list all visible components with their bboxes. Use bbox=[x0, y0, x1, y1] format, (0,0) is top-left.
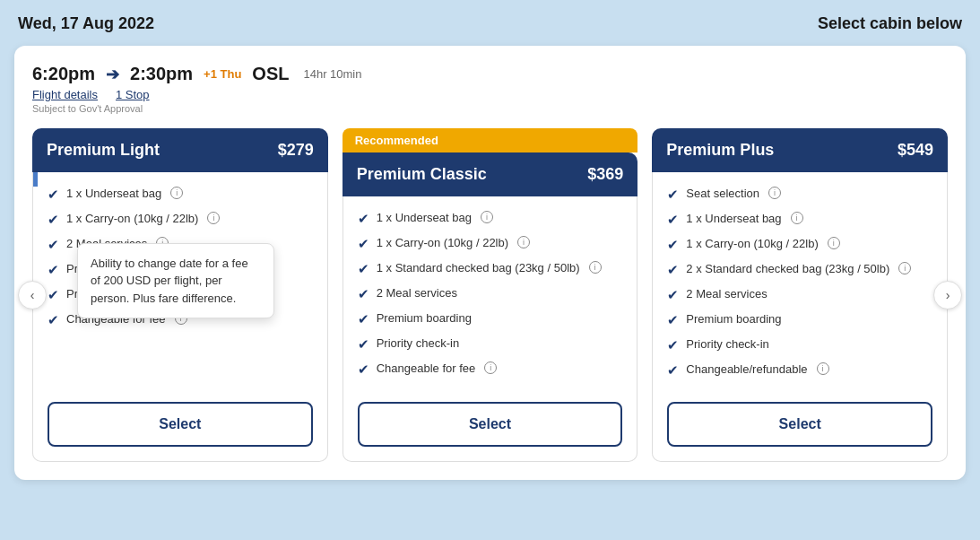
cabin-header-classic: Premium Classic $369 bbox=[343, 152, 638, 196]
feature-text: 1 x Underseat bag bbox=[686, 212, 781, 225]
feature-item: ✔ 2 x Standard checked bag (23kg / 50lb)… bbox=[667, 262, 932, 278]
cabin-card-classic: Premium Classic $369 ✔ 1 x Underseat bag… bbox=[343, 152, 638, 462]
cabin-name-plus: Premium Plus bbox=[666, 141, 774, 160]
stops-link[interactable]: 1 Stop bbox=[116, 88, 150, 101]
feature-item: ✔ Seat selection i bbox=[667, 187, 932, 203]
flight-info-row: 6:20pm ➔ 2:30pm +1 Thu OSL 14hr 10min bbox=[32, 64, 948, 84]
cabin-price-classic: $369 bbox=[587, 165, 623, 184]
flight-arrow-icon: ➔ bbox=[106, 65, 119, 84]
feature-item: ✔ 2 Meal services bbox=[358, 286, 623, 302]
info-icon[interactable]: i bbox=[791, 212, 803, 224]
nav-left-button[interactable]: ‹ bbox=[18, 281, 47, 309]
info-icon[interactable]: i bbox=[207, 212, 220, 224]
feature-text: 1 x Underseat bag bbox=[66, 187, 161, 200]
check-icon: ✔ bbox=[667, 262, 679, 278]
cabin-premium-light: Premium Light $279 ✔ 1 x Underseat bag bbox=[32, 128, 328, 462]
feature-item: ✔ Priority check-in bbox=[667, 337, 932, 353]
plus-day: +1 Thu bbox=[204, 67, 241, 81]
chevron-right-icon: › bbox=[946, 288, 950, 302]
info-icon[interactable]: i bbox=[898, 262, 911, 274]
check-icon: ✔ bbox=[667, 362, 679, 379]
feature-text: 2 Meal services bbox=[377, 286, 457, 300]
feature-text: Premium boarding bbox=[686, 312, 781, 326]
info-icon[interactable]: i bbox=[828, 237, 840, 249]
feature-item: ✔ 2 Meal services bbox=[667, 287, 932, 303]
check-icon: ✔ bbox=[358, 261, 369, 277]
feature-text: Changeable/refundable bbox=[686, 362, 807, 376]
check-icon: ✔ bbox=[358, 336, 369, 353]
cabin-name-classic: Premium Classic bbox=[357, 165, 487, 184]
check-icon: ✔ bbox=[48, 237, 59, 253]
check-icon: ✔ bbox=[667, 237, 679, 253]
check-icon: ✔ bbox=[667, 287, 679, 303]
feature-item: ✔ 1 x Underseat bag i bbox=[48, 187, 313, 203]
feature-item: ✔ Changeable/refundable i bbox=[667, 362, 932, 379]
cabin-body-light: ✔ 1 x Underseat bag i ✔ 1 x Carry-on (10… bbox=[32, 172, 328, 462]
check-icon: ✔ bbox=[358, 361, 369, 378]
flight-duration: 14hr 10min bbox=[303, 67, 361, 81]
feature-text: Changeable for fee bbox=[377, 361, 476, 375]
cabin-premium-classic: Recommended Premium Classic $369 ✔ 1 x U… bbox=[343, 128, 638, 462]
check-icon: ✔ bbox=[667, 212, 679, 228]
header-date: Wed, 17 Aug 2022 bbox=[18, 14, 154, 33]
check-icon: ✔ bbox=[358, 286, 369, 302]
cabin-card-light: Premium Light $279 ✔ 1 x Underseat bag bbox=[32, 128, 328, 462]
info-icon[interactable]: i bbox=[589, 261, 602, 274]
cabin-price-plus: $549 bbox=[898, 141, 933, 160]
feature-item: ✔ 1 x Carry-on (10kg / 22lb) i bbox=[667, 237, 932, 253]
feature-item: ✔ 1 x Standard checked bag (23kg / 50lb)… bbox=[358, 261, 623, 277]
info-icon[interactable]: i bbox=[517, 236, 530, 248]
info-icon[interactable]: i bbox=[817, 362, 829, 375]
feature-text: 2 Meal services bbox=[686, 287, 767, 300]
select-button-plus[interactable]: Select bbox=[667, 402, 932, 447]
feature-text: Priority check-in bbox=[686, 337, 768, 351]
feature-item: ✔ 1 x Carry-on (10kg / 22lb) i bbox=[358, 236, 623, 252]
cabin-body-classic: ✔ 1 x Underseat bag i ✔ 1 x Carry-on (10… bbox=[343, 196, 638, 462]
check-icon: ✔ bbox=[358, 236, 369, 252]
feature-text: 2 x Standard checked bag (23kg / 50lb) bbox=[686, 262, 889, 275]
feature-text: Priority check-in bbox=[377, 336, 459, 350]
recommended-badge: Recommended bbox=[343, 128, 638, 152]
feature-item: ✔ Premium boarding bbox=[358, 311, 623, 327]
info-icon[interactable]: i bbox=[481, 211, 493, 223]
feature-text: 1 x Underseat bag bbox=[377, 211, 472, 224]
cabin-card-plus: Premium Plus $549 ✔ Seat selection i bbox=[652, 128, 948, 462]
changeable-fee-tooltip: Ability to change date for a fee of 200 … bbox=[77, 243, 274, 319]
main-card: 6:20pm ➔ 2:30pm +1 Thu OSL 14hr 10min Fl… bbox=[14, 46, 966, 480]
cabins-inner: Premium Light $279 ✔ 1 x Underseat bag bbox=[32, 128, 948, 462]
tooltip-text: Ability to change date for a fee of 200 … bbox=[91, 257, 248, 305]
feature-text: 1 x Carry-on (10kg / 22lb) bbox=[686, 237, 818, 250]
check-icon: ✔ bbox=[48, 287, 59, 303]
check-icon: ✔ bbox=[667, 187, 679, 203]
check-icon: ✔ bbox=[48, 262, 59, 278]
info-icon[interactable]: i bbox=[170, 187, 183, 199]
select-button-classic[interactable]: Select bbox=[358, 402, 623, 447]
check-icon: ✔ bbox=[358, 211, 369, 227]
feature-text: Seat selection bbox=[686, 187, 759, 200]
nav-right-button[interactable]: › bbox=[933, 281, 962, 309]
cabin-header-light: Premium Light $279 bbox=[32, 128, 328, 172]
flight-details-link[interactable]: Flight details bbox=[32, 88, 98, 101]
cabins-outer: ‹ Premium Light $279 bbox=[32, 128, 948, 462]
flight-links: Flight details 1 Stop bbox=[32, 88, 948, 101]
check-icon: ✔ bbox=[667, 337, 679, 353]
header-instruction: Select cabin below bbox=[818, 14, 962, 33]
feature-list-plus: ✔ Seat selection i ✔ 1 x Underseat bag i bbox=[667, 187, 932, 388]
feature-item: ✔ Changeable for fee i bbox=[358, 361, 623, 378]
arrival-time: 2:30pm bbox=[130, 64, 193, 84]
feature-item: ✔ Premium boarding bbox=[667, 312, 932, 328]
feature-item: ✔ 1 x Underseat bag i bbox=[667, 212, 932, 228]
departure-time: 6:20pm bbox=[32, 64, 95, 84]
arrival-airport: OSL bbox=[252, 64, 289, 84]
flight-notice: Subject to Gov't Approval bbox=[32, 103, 948, 114]
check-icon: ✔ bbox=[358, 311, 369, 327]
info-icon[interactable]: i bbox=[484, 361, 497, 374]
select-button-light[interactable]: Select bbox=[48, 402, 313, 447]
info-icon[interactable]: i bbox=[768, 187, 781, 199]
check-icon: ✔ bbox=[48, 312, 59, 328]
feature-text: 1 x Standard checked bag (23kg / 50lb) bbox=[377, 261, 580, 274]
feature-item: ✔ 1 x Underseat bag i bbox=[358, 211, 623, 227]
cabin-name-light: Premium Light bbox=[47, 141, 160, 160]
cabin-premium-plus: Premium Plus $549 ✔ Seat selection i bbox=[652, 128, 948, 462]
check-icon: ✔ bbox=[48, 212, 59, 228]
